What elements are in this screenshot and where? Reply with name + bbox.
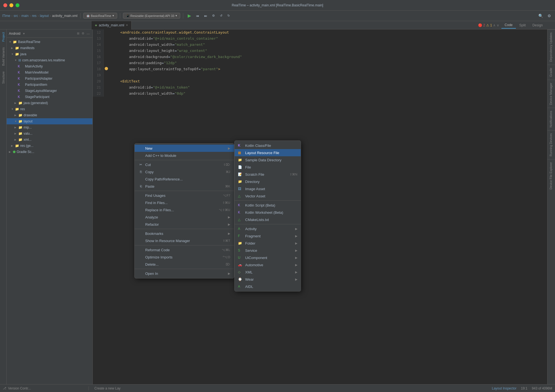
project-tab[interactable]: Project bbox=[1, 29, 6, 44]
breadcrumb-main[interactable]: main bbox=[21, 14, 29, 18]
sub-menu-wear[interactable]: ⌚ Wear ▶ bbox=[235, 276, 301, 283]
toolbar-btn3[interactable]: ⚙ bbox=[210, 13, 217, 18]
expand-errors[interactable]: ∧ ∨ bbox=[493, 23, 499, 27]
settings-btn[interactable]: ⚙ bbox=[546, 13, 553, 19]
tree-gradle[interactable]: ▶ ⬟ Gradle Sc... bbox=[7, 149, 92, 155]
right-tab-device-manager[interactable]: Device Manager bbox=[548, 80, 555, 108]
sub-menu-kotlin-worksheet[interactable]: K Kotlin Worksheet (Beta) bbox=[235, 209, 301, 216]
minimize-button[interactable] bbox=[9, 3, 13, 7]
tree-java-generated[interactable]: ▶ 📁 java (generated) bbox=[7, 100, 92, 106]
tree-participantitem[interactable]: K ParticipantItem bbox=[7, 82, 92, 88]
menu-item-paste[interactable]: ⎗ Paste ⌘K bbox=[135, 183, 234, 190]
sub-menu-automotive[interactable]: 🚗 Automotive ▶ bbox=[235, 261, 301, 268]
layout-inspector-label[interactable]: Layout Inspector bbox=[492, 386, 517, 390]
run-config-selector[interactable]: 🤖 BasicRealTime ▾ bbox=[83, 13, 117, 19]
sub-menu-activity[interactable]: A Activity ▶ bbox=[235, 225, 301, 232]
menu-item-copypath[interactable]: Copy Path/Reference... bbox=[135, 175, 234, 183]
search-everywhere-btn[interactable]: 🔍 bbox=[537, 13, 545, 19]
sub-menu-kotlin-script[interactable]: K Kotlin Script (Beta) bbox=[235, 202, 301, 209]
panel-dropdown-arrow[interactable]: ▾ bbox=[23, 32, 25, 36]
maximize-button[interactable] bbox=[16, 3, 19, 7]
toolbar-btn5[interactable]: ↻ bbox=[226, 13, 232, 18]
vc-label[interactable]: Version Contr... bbox=[8, 386, 31, 390]
sub-menu-directory[interactable]: 📁 Directory bbox=[235, 178, 301, 185]
menu-item-reformat[interactable]: Reformat Code ⌥⌘L bbox=[135, 246, 234, 253]
menu-item-copy[interactable]: ⎘ Copy ⌘J bbox=[135, 168, 234, 175]
sub-menu-layout-resource[interactable]: ▦ Layout Resource File bbox=[235, 149, 301, 156]
tree-package[interactable]: ▼ ⊞ com.amazonaws.ivs.realtime bbox=[7, 57, 92, 63]
sub-menu-fragment[interactable]: F Fragment ▶ bbox=[235, 232, 301, 240]
sub-menu-service[interactable]: S Service ▶ bbox=[235, 247, 301, 254]
menu-item-showresource[interactable]: Show In Resource Manager ⇧⌘T bbox=[135, 237, 234, 244]
menu-item-cut[interactable]: ✂ Cut ⇧⌦ bbox=[135, 161, 234, 168]
tree-stagelayout[interactable]: K StageLayoutManager bbox=[7, 88, 92, 94]
tree-stageparticipant[interactable]: K StageParticipant bbox=[7, 94, 92, 100]
right-tab-notifications[interactable]: Notifications bbox=[548, 108, 555, 130]
panel-scope-btn[interactable]: ⊞ bbox=[76, 31, 80, 36]
panel-collapse-btn[interactable]: — bbox=[86, 31, 90, 36]
sub-menu-cmake[interactable]: △ CMakeLists.txt bbox=[235, 216, 301, 223]
sub-menu-aidl[interactable]: A AIDL bbox=[235, 283, 301, 290]
menu-item-optimize[interactable]: Optimize Imports ^⌥O bbox=[135, 253, 234, 261]
right-tab-device-file[interactable]: Device File Explorer bbox=[548, 159, 555, 192]
bulb-icon[interactable] bbox=[105, 67, 108, 70]
line-num-13: 13 bbox=[93, 36, 104, 42]
toolbar-btn1[interactable]: ⏮ bbox=[194, 14, 201, 18]
breadcrumb-layout[interactable]: layout bbox=[40, 14, 49, 18]
menu-item-openin[interactable]: Open In ▶ bbox=[135, 270, 234, 277]
device-selector[interactable]: 📱 Resizable (Experimental) API 33 ▾ bbox=[123, 13, 180, 19]
breadcrumb-res[interactable]: res bbox=[32, 14, 37, 18]
build-variants-tab[interactable]: Build Variants bbox=[1, 44, 6, 69]
tree-java[interactable]: ▼ 📁 java bbox=[7, 51, 92, 57]
sub-menu-vector-asset[interactable]: △ Vector Asset bbox=[235, 192, 301, 200]
menu-item-addcpp[interactable]: Add C++ to Module bbox=[135, 152, 234, 159]
menu-item-refactor[interactable]: Refactor ▶ bbox=[135, 221, 234, 228]
menu-item-bookmarks[interactable]: Bookmarks ▶ bbox=[135, 230, 234, 237]
right-tab-running[interactable]: Running Devices bbox=[548, 130, 555, 159]
tree-valu[interactable]: ▶ 📁 valu... bbox=[7, 130, 92, 137]
tab-close-btn[interactable]: ✕ bbox=[126, 24, 128, 27]
tree-basic-realtime[interactable]: ▼ 📁 BasicRealTime bbox=[7, 39, 92, 45]
design-view-btn[interactable]: Design bbox=[529, 22, 546, 28]
split-view-btn[interactable]: Split bbox=[516, 22, 529, 28]
sub-menu-scratch[interactable]: 📝 Scratch File ⇧⌘N bbox=[235, 171, 301, 178]
right-tab-dependency[interactable]: Dependency Updates bbox=[548, 29, 555, 65]
tree-mip[interactable]: ▶ 📁 mip... bbox=[7, 124, 92, 130]
breadcrumb-ltime[interactable]: lTime bbox=[2, 14, 10, 18]
structure-tab[interactable]: Structure bbox=[1, 69, 6, 87]
run-button[interactable]: ▶ bbox=[186, 12, 193, 19]
menu-item-new[interactable]: New ▶ bbox=[135, 145, 234, 152]
breadcrumb-file[interactable]: activity_main.xml bbox=[52, 14, 77, 18]
tree-drawable[interactable]: ▶ 📁 drawable bbox=[7, 112, 92, 118]
sub-menu-folder[interactable]: 📁 Folder ▶ bbox=[235, 240, 301, 247]
tree-mainviewmodel[interactable]: K MainViewModel bbox=[7, 69, 92, 76]
code-text-18: app:layout_constraintTop_toTopOf="parent… bbox=[109, 66, 220, 72]
tree-layout[interactable]: ▼ 📁 layout bbox=[7, 118, 92, 124]
sub-menu-file[interactable]: 📄 File bbox=[235, 164, 301, 171]
close-button[interactable] bbox=[3, 3, 7, 7]
menu-item-delete[interactable]: Delete... ⌦ bbox=[135, 261, 234, 268]
menu-item-analyze[interactable]: Analyze ▶ bbox=[135, 213, 234, 221]
editor[interactable]: 12 <androidx.constraintlayout.widget.Con… bbox=[93, 29, 547, 384]
menu-item-replaceinfiles[interactable]: Replace in Files... ⌥⇧⌘U bbox=[135, 206, 234, 213]
breadcrumb-src[interactable]: src bbox=[14, 14, 18, 18]
sub-menu-image-asset[interactable]: 🖼 Image Asset bbox=[235, 185, 301, 192]
tree-manifests[interactable]: ▶ 📁 manifests bbox=[7, 45, 92, 51]
sub-menu-uicomponent[interactable]: U UiComponent ▶ bbox=[235, 254, 301, 261]
sub-menu-xml[interactable]: ◇ XML ▶ bbox=[235, 268, 301, 276]
menu-item-findinfiles[interactable]: Find in Files... ⇧⌘U bbox=[135, 199, 234, 206]
tree-xml[interactable]: ▶ 📁 xml... bbox=[7, 137, 92, 143]
menu-item-findusages[interactable]: Find Usages ⌥F7 bbox=[135, 192, 234, 199]
panel-gear-btn[interactable]: ⚙ bbox=[81, 31, 85, 36]
tree-res[interactable]: ▼ 📁 res bbox=[7, 106, 92, 112]
tree-mainactivity[interactable]: K MainActivity bbox=[7, 63, 92, 69]
code-view-btn[interactable]: Code bbox=[501, 22, 516, 29]
toolbar-btn4[interactable]: ↺ bbox=[218, 13, 224, 18]
right-tab-gradle[interactable]: Gradle bbox=[548, 65, 555, 80]
sub-menu-sample-data[interactable]: 📁 Sample Data Directory bbox=[235, 156, 301, 164]
tree-res-gen[interactable]: ▶ 📁 res (ge... bbox=[7, 143, 92, 149]
sub-menu-kotlin-class[interactable]: K Kotlin Class/File bbox=[235, 142, 301, 149]
tab-activity-main[interactable]: ◈ activity_main.xml ✕ bbox=[92, 21, 132, 29]
toolbar-btn2[interactable]: ⏭ bbox=[202, 14, 209, 18]
tree-participantadapter[interactable]: K ParticipantAdapter bbox=[7, 76, 92, 82]
